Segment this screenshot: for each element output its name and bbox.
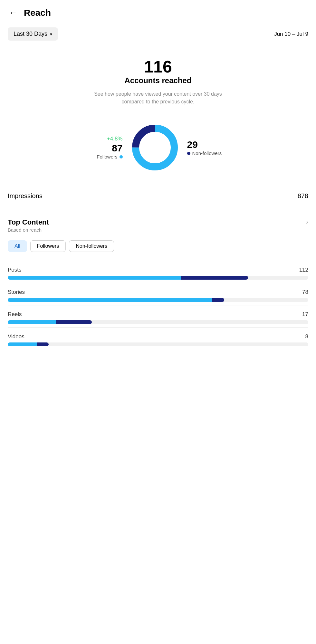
nonfollowers-dot-icon (187, 152, 190, 155)
nonfollowers-count: 29 (187, 139, 198, 150)
chart-followers-info: +4.8% 87 Followers (87, 136, 123, 159)
impressions-label: Impressions (8, 192, 43, 200)
page-title: Reach (24, 8, 51, 18)
accounts-label: Accounts reached (8, 76, 308, 85)
filter-tab-all[interactable]: All (8, 240, 27, 252)
content-row: Stories 78 (8, 283, 308, 305)
header: ← Reach (0, 0, 316, 24)
date-range-text: Jun 10 – Jul 9 (274, 31, 308, 37)
content-type-value: 112 (299, 267, 308, 273)
date-filter-label: Last 30 Days (14, 31, 47, 37)
content-type-value: 17 (302, 311, 308, 318)
chart-section: +4.8% 87 Followers 29 Non-followers (0, 112, 316, 183)
nonfollowers-bar-segment (37, 342, 49, 346)
followers-count: 87 (112, 143, 122, 153)
donut-chart (129, 122, 181, 173)
content-type-label: Stories (8, 289, 25, 295)
content-bar-track (8, 320, 308, 324)
content-type-value: 8 (305, 333, 308, 340)
date-filter-button[interactable]: Last 30 Days ▾ (8, 27, 58, 41)
content-bar-track (8, 298, 308, 302)
followers-bar-segment (8, 276, 181, 280)
nonfollowers-label: Non-followers (187, 150, 222, 156)
impressions-row[interactable]: Impressions 878 (0, 183, 316, 209)
chevron-right-icon: › (306, 218, 308, 226)
top-content-title: Top Content (8, 218, 49, 226)
main-stats: 116 Accounts reached See how people have… (0, 46, 316, 112)
followers-pct-change: +4.8% (107, 136, 123, 142)
followers-bar-segment (8, 298, 212, 302)
content-type-label: Videos (8, 333, 24, 340)
filter-tab-nonfollowers[interactable]: Non-followers (69, 240, 114, 252)
top-content-subtitle: Based on reach (8, 227, 49, 233)
content-type-value: 78 (302, 289, 308, 295)
followers-label: Followers (97, 154, 122, 159)
content-type-label: Reels (8, 311, 22, 318)
filter-tabs: All Followers Non-followers (8, 240, 308, 252)
content-bar-track (8, 276, 308, 280)
content-row: Posts 112 (8, 261, 308, 283)
followers-bar-segment (8, 342, 37, 346)
chart-nonfollowers-info: 29 Non-followers (187, 139, 229, 156)
nonfollowers-bar-segment (181, 276, 248, 280)
content-rows: Posts 112 Stories 78 Reels 17 Videos 8 (8, 261, 308, 350)
accounts-description: See how people have viewed your content … (91, 90, 226, 106)
accounts-number: 116 (8, 58, 308, 76)
content-row: Videos 8 (8, 328, 308, 350)
followers-bar-segment (8, 320, 56, 324)
top-content-header[interactable]: Top Content Based on reach › (8, 218, 308, 233)
back-button[interactable]: ← (8, 6, 19, 19)
content-row: Reels 17 (8, 305, 308, 328)
impressions-value: 878 (298, 192, 308, 200)
filter-tab-followers[interactable]: Followers (30, 240, 66, 252)
top-content-section: Top Content Based on reach › All Followe… (0, 209, 316, 355)
nonfollowers-bar-segment (212, 298, 224, 302)
content-bar-track (8, 342, 308, 346)
top-content-title-group: Top Content Based on reach (8, 218, 49, 233)
content-type-label: Posts (8, 267, 22, 273)
followers-dot-icon (120, 155, 123, 159)
chevron-down-icon: ▾ (50, 32, 52, 37)
nonfollowers-bar-segment (56, 320, 92, 324)
date-filter-row: Last 30 Days ▾ Jun 10 – Jul 9 (0, 24, 316, 46)
